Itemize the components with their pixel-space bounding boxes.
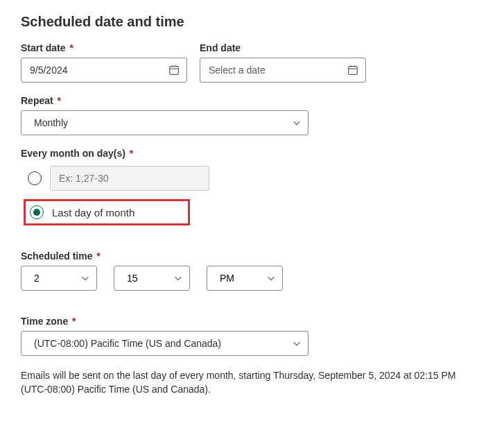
last-day-label: Last day of month [52, 207, 134, 219]
radio-last-day[interactable] [30, 205, 44, 219]
timezone-select[interactable]: (UTC-08:00) Pacific Time (US and Canada) [21, 331, 309, 356]
repeat-label: Repeat * [21, 95, 309, 106]
schedule-summary: Emails will be sent on the last day of e… [21, 368, 483, 397]
end-date-label: End date [200, 42, 366, 53]
section-title: Scheduled date and time [21, 14, 483, 30]
scheduled-time-label-text: Scheduled time [21, 250, 92, 262]
specific-days-input[interactable] [50, 166, 209, 191]
every-month-label: Every month on day(s) * [21, 148, 483, 159]
required-asterisk: * [130, 148, 133, 159]
hour-select[interactable]: 2 [21, 266, 97, 291]
required-asterisk: * [72, 316, 76, 327]
start-date-label: Start date * [21, 42, 187, 53]
repeat-select[interactable]: Monthly [21, 110, 309, 135]
radio-specific-days[interactable] [28, 171, 42, 185]
ampm-select[interactable]: PM [207, 266, 283, 291]
timezone-label: Time zone * [21, 316, 309, 327]
end-date-label-text: End date [200, 42, 241, 53]
start-date-input[interactable] [21, 58, 187, 83]
highlight-box: Last day of month [24, 199, 190, 225]
end-date-input[interactable] [200, 58, 366, 83]
minute-select[interactable]: 15 [114, 266, 190, 291]
required-asterisk: * [96, 250, 100, 262]
start-date-label-text: Start date [21, 42, 66, 53]
timezone-label-text: Time zone [21, 316, 68, 327]
repeat-label-text: Repeat [21, 95, 53, 106]
every-month-label-text: Every month on day(s) [21, 148, 125, 159]
required-asterisk: * [69, 42, 73, 53]
scheduled-time-label: Scheduled time * [21, 250, 483, 262]
required-asterisk: * [58, 95, 61, 106]
